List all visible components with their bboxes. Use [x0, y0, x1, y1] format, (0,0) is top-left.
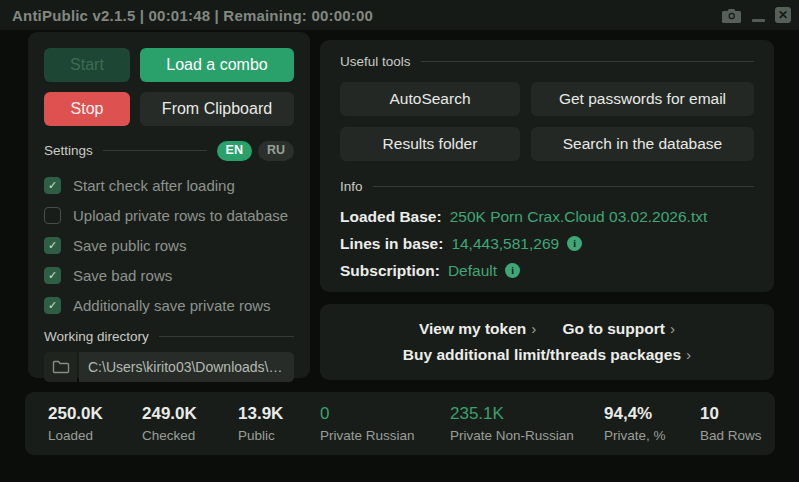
stat-value: 0: [320, 404, 450, 424]
stat-label: Private, %: [604, 428, 700, 443]
links-row-bottom: Buy additional limit/threads packages›: [403, 346, 691, 364]
stat-bad-rows: 10 Bad Rows: [700, 404, 762, 443]
stat-loaded: 250.0K Loaded: [48, 404, 142, 443]
working-directory-input[interactable]: C:\Users\kirito03\Downloads\An...: [79, 352, 294, 382]
divider-line: [159, 336, 294, 337]
useful-tools-buttons: AutoSearch Get passwords for email Resul…: [340, 82, 754, 161]
autosearch-button[interactable]: AutoSearch: [340, 82, 520, 116]
info-icon[interactable]: i: [567, 236, 582, 251]
stat-label: Public: [238, 428, 320, 443]
window-title: AntiPublic v2.1.5 | 00:01:48 | Remaining…: [12, 7, 373, 24]
subscription-value: Default: [448, 262, 497, 280]
stat-private-russian: 0 Private Russian: [320, 404, 450, 443]
stat-value: 235.1K: [450, 404, 604, 424]
stat-label: Loaded: [48, 428, 142, 443]
checkbox-icon[interactable]: ✓: [44, 237, 61, 254]
tools-info-panel: Useful tools AutoSearch Get passwords fo…: [320, 40, 774, 292]
loaded-base-value: 250K Porn Crax.Cloud 03.02.2026.txt: [450, 208, 708, 226]
links-panel: View my token› Go to support› Buy additi…: [320, 304, 774, 380]
subscription-row: Subscription: Default i: [340, 257, 754, 284]
working-directory-header: Working directory: [44, 329, 294, 344]
lines-in-base-value: 14,443,581,269: [451, 235, 559, 253]
stat-private-non-russian: 235.1K Private Non-Russian: [450, 404, 604, 443]
settings-header: Settings EN RU: [44, 141, 294, 161]
load-combo-button[interactable]: Load a combo: [140, 48, 294, 82]
search-database-button[interactable]: Search in the database: [531, 127, 754, 161]
lines-in-base-label: Lines in base:: [340, 235, 443, 253]
stat-checked: 249.0K Checked: [142, 404, 238, 443]
info-header: Info: [340, 179, 754, 194]
get-passwords-button[interactable]: Get passwords for email: [531, 82, 754, 116]
info-rows: Loaded Base: 250K Porn Crax.Cloud 03.02.…: [340, 203, 754, 284]
results-folder-button[interactable]: Results folder: [340, 127, 520, 161]
action-buttons: Start Load a combo Stop From Clipboard: [44, 48, 294, 126]
checkbox-save-public-rows[interactable]: ✓ Save public rows: [44, 231, 294, 261]
checkbox-label: Save bad rows: [73, 267, 172, 284]
stat-public: 13.9K Public: [238, 404, 320, 443]
screenshot-camera-icon[interactable]: [722, 7, 742, 23]
chevron-right-icon: ›: [531, 320, 536, 337]
checkbox-icon[interactable]: [44, 207, 61, 224]
loaded-base-label: Loaded Base:: [340, 208, 442, 226]
checkbox-icon[interactable]: ✓: [44, 297, 61, 314]
view-token-link[interactable]: View my token›: [419, 320, 537, 338]
stat-value: 250.0K: [48, 404, 142, 424]
lines-in-base-row: Lines in base: 14,443,581,269 i: [340, 230, 754, 257]
stat-label: Private Russian: [320, 428, 450, 443]
checkbox-label: Upload private rows to database: [73, 207, 288, 224]
checkbox-additionally-save-private-rows[interactable]: ✓ Additionally save private rows: [44, 291, 294, 321]
settings-label: Settings: [44, 143, 93, 158]
support-link[interactable]: Go to support›: [562, 320, 675, 338]
working-directory-label: Working directory: [44, 329, 149, 344]
divider-line: [373, 186, 754, 187]
working-directory-row: C:\Users\kirito03\Downloads\An...: [44, 352, 294, 382]
stat-value: 13.9K: [238, 404, 320, 424]
divider-line: [421, 61, 754, 62]
language-toggle: EN RU: [217, 141, 294, 161]
lang-en-button[interactable]: EN: [217, 141, 252, 161]
start-button[interactable]: Start: [44, 48, 130, 82]
control-panel: Start Load a combo Stop From Clipboard S…: [28, 32, 310, 378]
titlebar: AntiPublic v2.1.5 | 00:01:48 | Remaining…: [0, 0, 799, 30]
checkbox-label: Save public rows: [73, 237, 186, 254]
links-row-top: View my token› Go to support›: [419, 320, 675, 338]
checkbox-start-check-after-loading[interactable]: ✓ Start check after loading: [44, 171, 294, 201]
useful-tools-header: Useful tools: [340, 54, 754, 69]
stat-value: 94,4%: [604, 404, 700, 424]
lang-ru-button[interactable]: RU: [258, 141, 294, 161]
checkbox-icon[interactable]: ✓: [44, 267, 61, 284]
divider-line: [103, 150, 207, 151]
chevron-right-icon: ›: [686, 346, 691, 363]
stat-label: Bad Rows: [700, 428, 762, 443]
stat-label: Private Non-Russian: [450, 428, 604, 443]
subscription-label: Subscription:: [340, 262, 440, 280]
checkbox-icon[interactable]: ✓: [44, 177, 61, 194]
close-icon[interactable]: ✕: [775, 7, 791, 23]
settings-checkbox-list: ✓ Start check after loading Upload priva…: [44, 171, 294, 321]
stat-private-percent: 94,4% Private, %: [604, 404, 700, 443]
checkbox-label: Start check after loading: [73, 177, 235, 194]
folder-icon: [52, 360, 70, 374]
window-controls: ✕: [722, 0, 791, 30]
checkbox-label: Additionally save private rows: [73, 297, 271, 314]
info-icon[interactable]: i: [505, 263, 520, 278]
stat-label: Checked: [142, 428, 238, 443]
checkbox-save-bad-rows[interactable]: ✓ Save bad rows: [44, 261, 294, 291]
checkbox-upload-private-rows[interactable]: Upload private rows to database: [44, 201, 294, 231]
info-label: Info: [340, 179, 363, 194]
browse-folder-button[interactable]: [44, 352, 77, 382]
loaded-base-row: Loaded Base: 250K Porn Crax.Cloud 03.02.…: [340, 203, 754, 230]
chevron-right-icon: ›: [670, 320, 675, 337]
stat-value: 10: [700, 404, 762, 424]
minimize-icon[interactable]: [752, 19, 765, 22]
stop-button[interactable]: Stop: [44, 92, 130, 126]
from-clipboard-button[interactable]: From Clipboard: [140, 92, 294, 126]
stat-value: 249.0K: [142, 404, 238, 424]
buy-packages-link[interactable]: Buy additional limit/threads packages›: [403, 346, 691, 364]
useful-tools-label: Useful tools: [340, 54, 411, 69]
stats-bar: 250.0K Loaded 249.0K Checked 13.9K Publi…: [25, 392, 775, 455]
